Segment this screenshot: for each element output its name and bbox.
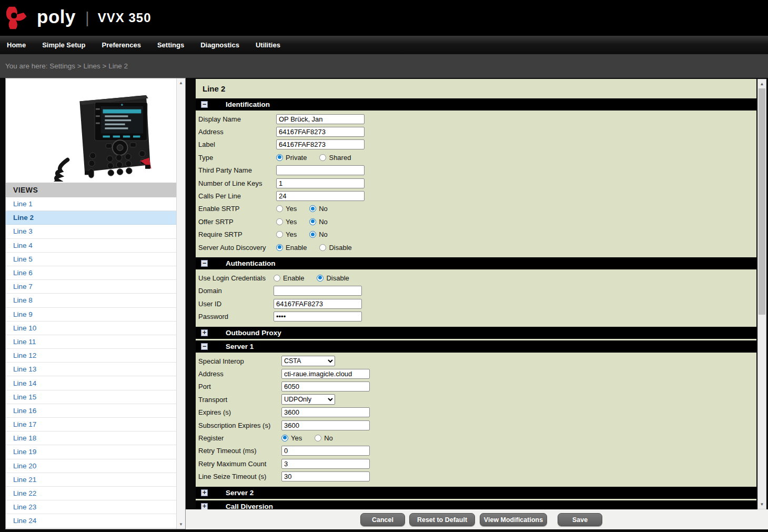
expand-icon[interactable]: + [201,503,208,509]
user-id-input[interactable] [274,299,362,309]
use-login-credentials-option-enable[interactable]: Enable [274,274,304,282]
type-option-shared[interactable]: Shared [319,154,351,162]
view-modifications-button[interactable]: View Modifications [480,513,547,526]
expand-icon[interactable]: + [201,329,208,336]
type-option-private[interactable]: Private [276,154,307,162]
server-auto-discovery-radio-group: EnableDisable [276,244,365,252]
sidebar-item-line-5[interactable]: Line 5 [6,253,177,266]
radio-button[interactable] [317,275,324,282]
expand-icon[interactable]: + [201,489,208,496]
sidebar-item-line-1[interactable]: Line 1 [6,197,177,211]
register-option-yes[interactable]: Yes [281,434,302,442]
retry-timeout-ms-input[interactable] [281,446,370,456]
sidebar-item-line-11[interactable]: Line 11 [6,335,177,349]
section-header-authentication[interactable]: −Authentication [196,257,756,269]
radio-button[interactable] [309,231,316,238]
sidebar-item-line-19[interactable]: Line 19 [6,445,177,459]
label-input[interactable] [276,139,365,149]
radio-button[interactable] [319,244,326,251]
sidebar-item-line-10[interactable]: Line 10 [6,322,177,335]
section-header-call-diversion[interactable]: +Call Diversion [196,500,756,509]
nav-item-settings[interactable]: Settings [157,41,184,49]
sidebar-item-line-14[interactable]: Line 14 [6,376,177,390]
number-of-line-keys-input[interactable] [276,178,365,188]
sidebar-item-line-2[interactable]: Line 2 [6,211,177,225]
require-srtp-option-no[interactable]: No [309,230,328,238]
register-option-no[interactable]: No [315,434,333,442]
collapse-icon[interactable]: − [201,101,208,108]
enable-srtp-option-no[interactable]: No [309,205,328,213]
port-input[interactable] [281,382,370,392]
main-scrollbar[interactable]: ▲ ▼ [757,79,766,509]
calls-per-line-input[interactable] [276,191,365,201]
server-auto-discovery-option-disable[interactable]: Disable [319,244,351,252]
special-interop-select[interactable]: CSTA [281,356,335,366]
radio-button[interactable] [319,154,326,161]
sidebar-item-line-8[interactable]: Line 8 [6,294,177,307]
sidebar-item-line-23[interactable]: Line 23 [6,500,177,514]
enable-srtp-option-yes[interactable]: Yes [276,205,297,213]
line-seize-timeout-s-input[interactable] [281,471,370,481]
use-login-credentials-option-disable[interactable]: Disable [317,274,349,282]
radio-button[interactable] [276,244,283,251]
address-input[interactable] [281,369,370,379]
domain-input[interactable] [274,286,362,296]
display-name-input[interactable] [276,114,365,124]
server-auto-discovery-option-enable[interactable]: Enable [276,244,307,252]
scroll-up-icon[interactable]: ▲ [758,82,766,86]
section-header-identification[interactable]: −Identification [196,98,756,111]
sidebar-item-line-24[interactable]: Line 24 [6,514,177,528]
section-header-outbound-proxy[interactable]: +Outbound Proxy [196,327,756,339]
sidebar-item-line-4[interactable]: Line 4 [6,239,177,253]
offer-srtp-option-no[interactable]: No [309,218,328,226]
sidebar-item-line-16[interactable]: Line 16 [6,404,177,418]
nav-item-simple-setup[interactable]: Simple Setup [42,41,85,49]
save-button[interactable]: Save [558,513,602,526]
cancel-button[interactable]: Cancel [360,513,405,526]
collapse-icon[interactable]: − [201,343,208,350]
scroll-down-icon[interactable]: ▼ [177,522,185,527]
sidebar-item-line-7[interactable]: Line 7 [6,280,177,294]
collapse-icon[interactable]: − [201,260,208,267]
sidebar-item-line-17[interactable]: Line 17 [6,418,177,431]
sidebar-scrollbar[interactable]: ▲ ▼ [176,78,185,529]
radio-button[interactable] [276,205,283,212]
require-srtp-option-yes[interactable]: Yes [276,230,297,238]
subscription-expires-s-input[interactable] [281,420,370,430]
radio-button[interactable] [309,205,316,212]
nav-item-diagnostics[interactable]: Diagnostics [200,41,239,49]
sidebar-item-line-3[interactable]: Line 3 [6,225,177,238]
sidebar-item-line-18[interactable]: Line 18 [6,431,177,445]
third-party-name-input[interactable] [276,165,365,175]
radio-button[interactable] [276,231,283,238]
reset-to-default-button[interactable]: Reset to Default [409,513,475,526]
section-header-server-2[interactable]: +Server 2 [196,487,756,499]
scroll-down-icon[interactable]: ▼ [758,502,766,507]
offer-srtp-option-yes[interactable]: Yes [276,218,297,226]
nav-item-home[interactable]: Home [7,41,26,49]
radio-button[interactable] [281,435,288,441]
section-header-server-1[interactable]: −Server 1 [196,340,756,353]
radio-button[interactable] [276,218,283,225]
sidebar-item-line-20[interactable]: Line 20 [6,459,177,473]
address-input[interactable] [276,127,365,137]
scrollbar-thumb[interactable] [759,88,765,315]
retry-maximum-count-input[interactable] [281,459,370,469]
sidebar-item-line-9[interactable]: Line 9 [6,308,177,322]
sidebar-item-line-13[interactable]: Line 13 [6,363,177,376]
sidebar-item-line-12[interactable]: Line 12 [6,349,177,363]
scroll-up-icon[interactable]: ▲ [177,81,185,85]
password-input[interactable] [274,312,362,322]
nav-item-preferences[interactable]: Preferences [102,41,140,49]
expires-s-input[interactable] [281,407,370,417]
transport-select[interactable]: UDPOnly [281,394,335,405]
radio-button[interactable] [274,275,280,282]
sidebar-item-line-15[interactable]: Line 15 [6,390,177,404]
nav-item-utilities[interactable]: Utilities [256,41,280,49]
sidebar-item-line-6[interactable]: Line 6 [6,266,177,280]
sidebar-item-line-21[interactable]: Line 21 [6,473,177,487]
sidebar-item-line-22[interactable]: Line 22 [6,487,177,500]
radio-button[interactable] [276,154,283,161]
radio-button[interactable] [315,435,321,441]
radio-button[interactable] [309,218,316,225]
